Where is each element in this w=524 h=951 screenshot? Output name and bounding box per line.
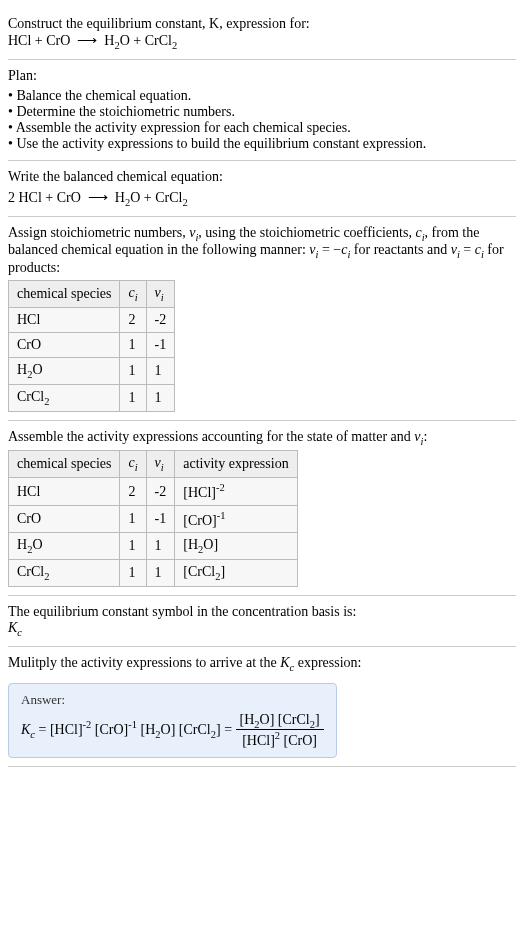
balanced-section: Write the balanced chemical equation: 2 … (8, 161, 516, 217)
cell-v: -2 (146, 307, 175, 332)
symbol-line1: The equilibrium constant symbol in the c… (8, 604, 516, 620)
cell-v: -1 (146, 505, 175, 533)
table-header-row: chemical species ci νi (9, 281, 175, 308)
multiply-section: Mulitply the activity expressions to arr… (8, 647, 516, 767)
symbol-kc: Kc (8, 620, 516, 638)
cell-c: 1 (120, 560, 146, 587)
plan-item-3: • Assemble the activity expression for e… (8, 120, 516, 136)
col-ci: ci (120, 281, 146, 308)
stoich-table: chemical species ci νi HCl2-2 CrO1-1 H2O… (8, 280, 175, 411)
cell-a: [HCl]-2 (175, 478, 297, 506)
multiply-title: Mulitply the activity expressions to arr… (8, 655, 516, 673)
table-row: CrCl211 (9, 384, 175, 411)
col-vi: νi (146, 281, 175, 308)
cell-sp: H2O (9, 357, 120, 384)
balanced-title: Write the balanced chemical equation: (8, 169, 516, 185)
cell-a: [H2O] (175, 533, 297, 560)
table-row: H2O11[H2O] (9, 533, 298, 560)
cell-v: -2 (146, 478, 175, 506)
table-row: CrCl211[CrCl2] (9, 560, 298, 587)
frac-num: [H2O] [CrCl2] (236, 712, 324, 731)
cell-sp: CrO (9, 332, 120, 357)
answer-equation: Kc = [HCl]-2 [CrO]-1 [H2O] [CrCl2] = [H2… (21, 712, 324, 749)
intro-section: Construct the equilibrium constant, K, e… (8, 8, 516, 60)
cell-c: 1 (120, 332, 146, 357)
intro-text: Construct the equilibrium constant, K, e… (8, 16, 310, 31)
answer-box: Answer: Kc = [HCl]-2 [CrO]-1 [H2O] [CrCl… (8, 683, 337, 758)
cell-v: 1 (146, 357, 175, 384)
cell-sp: H2O (9, 533, 120, 560)
col-species: chemical species (9, 451, 120, 478)
plan-section: Plan: • Balance the chemical equation. •… (8, 60, 516, 161)
table-header-row: chemical species ci νi activity expressi… (9, 451, 298, 478)
cell-c: 1 (120, 384, 146, 411)
cell-c: 1 (120, 357, 146, 384)
col-species: chemical species (9, 281, 120, 308)
cell-sp: HCl (9, 307, 120, 332)
stoich-section: Assign stoichiometric numbers, νi, using… (8, 217, 516, 421)
cell-sp: CrCl2 (9, 560, 120, 587)
plan-item-4: • Use the activity expressions to build … (8, 136, 516, 152)
stoich-title: Assign stoichiometric numbers, νi, using… (8, 225, 516, 277)
activity-table: chemical species ci νi activity expressi… (8, 450, 298, 587)
balanced-equation: 2 HCl + CrO ⟶ H2O + CrCl2 (8, 189, 516, 208)
table-row: HCl2-2 (9, 307, 175, 332)
frac-den: [HCl]2 [CrO] (236, 730, 324, 749)
cell-v: 1 (146, 560, 175, 587)
intro-line1: Construct the equilibrium constant, K, e… (8, 16, 516, 32)
cell-v: 1 (146, 384, 175, 411)
answer-title: Answer: (21, 692, 324, 708)
activity-title: Assemble the activity expressions accoun… (8, 429, 516, 447)
table-row: CrO1-1 (9, 332, 175, 357)
fraction: [H2O] [CrCl2] [HCl]2 [CrO] (236, 712, 324, 749)
activity-section: Assemble the activity expressions accoun… (8, 421, 516, 597)
cell-c: 1 (120, 533, 146, 560)
table-row: H2O11 (9, 357, 175, 384)
cell-sp: CrCl2 (9, 384, 120, 411)
symbol-section: The equilibrium constant symbol in the c… (8, 596, 516, 647)
cell-c: 2 (120, 307, 146, 332)
cell-v: -1 (146, 332, 175, 357)
plan-item-2: • Determine the stoichiometric numbers. (8, 104, 516, 120)
cell-a: [CrO]-1 (175, 505, 297, 533)
plan-item-1: • Balance the chemical equation. (8, 88, 516, 104)
col-ci: ci (120, 451, 146, 478)
plan-title: Plan: (8, 68, 516, 84)
cell-sp: HCl (9, 478, 120, 506)
cell-sp: CrO (9, 505, 120, 533)
cell-c: 2 (120, 478, 146, 506)
table-row: CrO1-1[CrO]-1 (9, 505, 298, 533)
cell-c: 1 (120, 505, 146, 533)
table-row: HCl2-2[HCl]-2 (9, 478, 298, 506)
col-vi: νi (146, 451, 175, 478)
col-activity: activity expression (175, 451, 297, 478)
cell-v: 1 (146, 533, 175, 560)
cell-a: [CrCl2] (175, 560, 297, 587)
intro-equation: HCl + CrO ⟶ H2O + CrCl2 (8, 32, 516, 51)
